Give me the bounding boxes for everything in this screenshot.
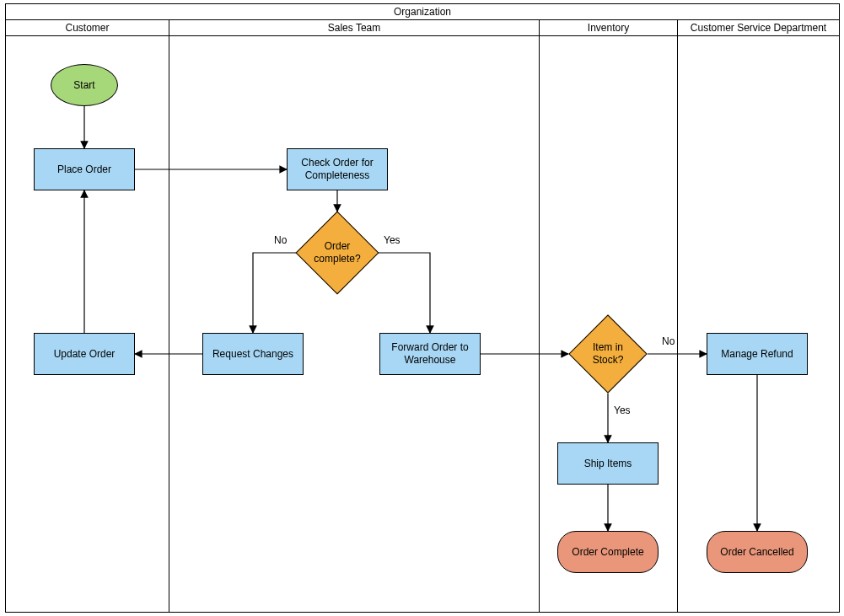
lane-body-csd	[677, 35, 840, 613]
lane-body-sales	[169, 35, 540, 613]
lane-header-label: Customer	[65, 22, 109, 34]
node-label: Ship Items	[584, 458, 632, 470]
swimlane-diagram: Organization Customer Sales Team Invento…	[0, 0, 844, 616]
lane-header-label: Customer Service Department	[691, 22, 826, 34]
lane-header-inventory: Inventory	[539, 19, 678, 36]
lane-header-csd: Customer Service Department	[677, 19, 840, 36]
forward-order-node: Forward Order to Warehouse	[379, 333, 481, 375]
node-label: Check Order for Completeness	[291, 157, 384, 182]
order-cancelled-end-node: Order Cancelled	[707, 531, 808, 573]
node-label: Request Changes	[212, 348, 293, 361]
edge-label-yes: Yes	[614, 404, 631, 416]
order-complete-end-node: Order Complete	[557, 531, 659, 573]
node-label: Manage Refund	[721, 348, 793, 361]
lane-header-sales: Sales Team	[169, 19, 540, 36]
request-changes-node: Request Changes	[202, 333, 304, 375]
start-label: Start	[73, 79, 94, 92]
lane-header-customer: Customer	[5, 19, 169, 36]
lane-header-label: Sales Team	[328, 22, 380, 34]
edge-label-yes: Yes	[384, 234, 400, 246]
check-order-node: Check Order for Completeness	[287, 148, 388, 190]
manage-refund-node: Manage Refund	[707, 333, 808, 375]
place-order-node: Place Order	[34, 148, 135, 190]
start-node: Start	[51, 64, 118, 106]
node-label: Item in Stock?	[593, 341, 624, 366]
edge-label-no: No	[662, 335, 675, 347]
node-label: Place Order	[57, 163, 111, 176]
node-label: Forward Order to Warehouse	[384, 341, 476, 367]
lane-header-label: Inventory	[588, 22, 629, 34]
node-label: Order Cancelled	[720, 546, 793, 559]
edge-label-no: No	[274, 234, 287, 246]
lane-body-customer	[5, 35, 169, 613]
update-order-node: Update Order	[34, 333, 135, 375]
pool-title-text: Organization	[394, 6, 451, 18]
ship-items-node: Ship Items	[557, 442, 659, 485]
pool-title: Organization	[5, 3, 840, 20]
node-label: Order Complete	[572, 546, 643, 559]
node-label: Update Order	[54, 348, 116, 361]
node-label: Order complete?	[314, 240, 360, 265]
